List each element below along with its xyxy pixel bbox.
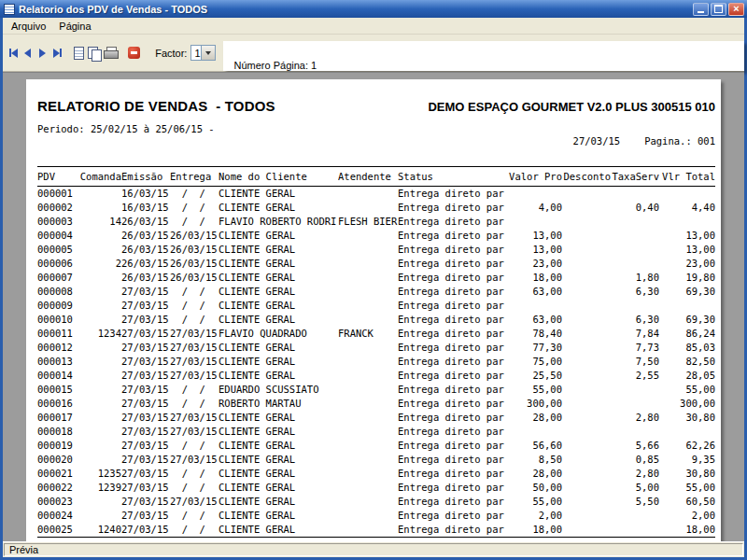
report-page: RELATORIO DE VENDAS - TODOS DEMO ESPAÇO … xyxy=(26,79,721,541)
table-cell: 000011 xyxy=(37,327,78,341)
table-cell: / / xyxy=(170,285,218,299)
table-cell: 27/03/15 xyxy=(121,495,170,509)
table-cell: 18,00 xyxy=(508,271,562,285)
table-cell xyxy=(611,229,659,243)
table-cell: FRANCK xyxy=(338,327,398,341)
table-cell xyxy=(338,271,398,285)
previous-page-button[interactable] xyxy=(21,45,35,62)
first-page-button[interactable] xyxy=(7,45,21,62)
table-cell: CLIENTE GERAL xyxy=(218,495,338,509)
table-cell: CLIENTE GERAL xyxy=(218,257,338,271)
maximize-button[interactable] xyxy=(711,3,726,16)
table-cell xyxy=(338,243,398,257)
table-cell xyxy=(562,523,611,538)
table-cell: 300,00 xyxy=(508,397,562,411)
titlebar[interactable]: Relatorio dos PDV de Vendas - TODOS × xyxy=(0,0,747,18)
table-cell xyxy=(78,495,121,509)
table-cell: 27/03/15 xyxy=(170,369,218,383)
table-cell: CLIENTE GERAL xyxy=(218,411,338,425)
document-icon xyxy=(74,47,84,60)
table-cell: 000014 xyxy=(37,369,78,383)
table-cell: 9,35 xyxy=(659,453,715,467)
table-cell: 27/03/15 xyxy=(170,453,218,467)
table-cell xyxy=(338,355,398,369)
table-cell xyxy=(78,271,121,285)
table-row: 00000726/03/1526/03/15CLIENTE GERALEntre… xyxy=(37,271,715,285)
table-cell: 27/03/15 xyxy=(121,523,170,538)
statusbar: Prévia xyxy=(3,541,744,557)
table-cell xyxy=(611,243,659,257)
table-cell: / / xyxy=(170,481,218,495)
table-cell: 2,55 xyxy=(611,369,659,383)
multi-page-view-button[interactable] xyxy=(87,45,102,62)
table-cell: 7,84 xyxy=(611,327,659,341)
table-cell xyxy=(338,383,398,397)
table-cell: / / xyxy=(170,439,218,453)
table-cell xyxy=(562,453,611,467)
table-cell: 2 xyxy=(78,257,121,271)
column-header: Emissão xyxy=(121,167,170,187)
factor-select[interactable]: 1 xyxy=(190,45,215,61)
table-cell xyxy=(78,229,121,243)
table-cell: 27/03/15 xyxy=(121,453,170,467)
table-cell: 25,50 xyxy=(508,369,562,383)
table-cell: 27/03/15 xyxy=(121,369,170,383)
minimize-button[interactable] xyxy=(693,3,709,16)
table-cell: 000018 xyxy=(37,425,78,439)
table-row: 00001627/03/15 / /ROBERTO MARTAUEntrega … xyxy=(37,397,715,411)
table-row: 00000116/03/15 / /CLIENTE GERALEntrega d… xyxy=(37,187,715,202)
table-cell xyxy=(338,369,398,383)
table-cell: CLIENTE GERAL xyxy=(218,229,338,243)
table-cell: 000025 xyxy=(37,523,78,538)
table-cell xyxy=(78,425,121,439)
table-cell: / / xyxy=(170,523,218,538)
table-row: 00001927/03/15 / /CLIENTE GERALEntrega d… xyxy=(37,439,715,453)
table-cell xyxy=(78,369,121,383)
last-page-button[interactable] xyxy=(50,45,64,62)
table-cell xyxy=(78,341,121,355)
table-cell xyxy=(78,509,121,523)
table-cell: 26/03/15 xyxy=(121,215,170,229)
table-row: 00001427/03/1527/03/15CLIENTE GERALEntre… xyxy=(37,369,715,383)
table-cell: 000006 xyxy=(37,257,78,271)
factor-dropdown-button[interactable] xyxy=(201,46,215,60)
close-preview-button[interactable] xyxy=(127,45,141,62)
table-cell: Entrega direto par xyxy=(398,187,508,202)
first-page-icon xyxy=(9,49,18,58)
table-cell: 63,00 xyxy=(508,313,562,327)
table-cell: 85,03 xyxy=(659,341,715,355)
print-button[interactable] xyxy=(103,45,120,62)
table-cell xyxy=(338,439,398,453)
table-cell: Entrega direto par xyxy=(398,453,508,467)
table-cell xyxy=(338,313,398,327)
table-cell: 5,50 xyxy=(611,495,659,509)
table-cell xyxy=(508,299,562,313)
table-row: 00000216/03/15 / /CLIENTE GERALEntrega d… xyxy=(37,201,715,215)
close-button[interactable]: × xyxy=(728,3,744,16)
close-icon: × xyxy=(733,4,739,14)
table-cell: 2,80 xyxy=(611,411,659,425)
table-row: 0000031426/03/15 / /FLAVIO ROBERTO RODRI… xyxy=(37,215,715,229)
column-header: Status xyxy=(398,167,508,187)
menu-arquivo[interactable]: Arquivo xyxy=(5,20,52,33)
table-cell: CLIENTE GERAL xyxy=(218,187,338,202)
menu-pagina[interactable]: Página xyxy=(52,20,97,33)
table-cell: 28,00 xyxy=(508,411,562,425)
table-cell: 27/03/15 xyxy=(121,285,170,299)
table-cell: 7,50 xyxy=(611,355,659,369)
table-cell xyxy=(338,299,398,313)
table-cell xyxy=(562,383,611,397)
table-cell: 26/03/15 xyxy=(170,243,218,257)
table-cell: CLIENTE GERAL xyxy=(218,243,338,257)
column-header: Entrega xyxy=(170,167,218,187)
previous-page-icon xyxy=(24,49,31,58)
page-setup-button[interactable] xyxy=(72,45,86,62)
table-row: 00000426/03/1526/03/15CLIENTE GERALEntre… xyxy=(37,229,715,243)
next-page-button[interactable] xyxy=(35,45,49,62)
stop-icon xyxy=(128,47,140,59)
table-cell xyxy=(562,467,611,481)
table-row: 00002027/03/1527/03/15CLIENTE GERALEntre… xyxy=(37,453,715,467)
table-cell: 4,40 xyxy=(659,201,715,215)
column-header: Vlr Total xyxy=(659,167,715,187)
table-cell: 26/03/15 xyxy=(121,271,170,285)
